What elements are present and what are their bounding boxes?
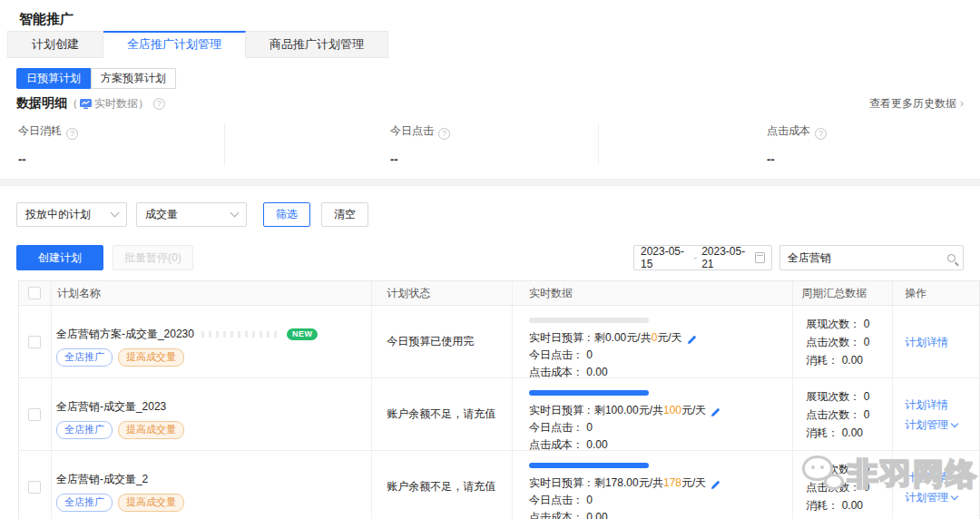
date-range-picker[interactable]: 2023-05-15 - 2023-05-21 <box>633 245 772 270</box>
search-box <box>779 245 964 270</box>
row-checkbox[interactable] <box>28 481 41 494</box>
impressions: 展现次数： 0 <box>806 315 892 333</box>
today-clicks: 今日点击： 0 <box>529 419 792 436</box>
search-icon[interactable] <box>947 254 956 262</box>
info-icon[interactable]: ? <box>438 128 450 140</box>
plan-status: 账户余额不足，请充值 <box>372 451 513 519</box>
plan-detail-link[interactable]: 计划详情 <box>905 332 979 352</box>
subtab-daily-budget[interactable]: 日预算计划 <box>16 68 91 89</box>
info-icon[interactable]: ? <box>66 128 78 140</box>
op-label: 计划详情 <box>905 332 948 352</box>
tag-boost-transactions: 提高成交量 <box>118 494 184 512</box>
chevron-down-icon <box>111 208 120 217</box>
clear-button[interactable]: 清空 <box>321 202 368 227</box>
plan-detail-link[interactable]: 计划详情 <box>905 395 979 415</box>
date-separator: - <box>693 251 697 264</box>
header-realtime-data: 实时数据 <box>513 281 793 305</box>
select-all-checkbox[interactable] <box>28 287 41 299</box>
create-plan-button[interactable]: 创建计划 <box>16 245 103 270</box>
budget-remaining: 剩0.00元/共 <box>594 329 652 347</box>
today-clicks: 今日点击： 0 <box>529 492 792 509</box>
batch-pause-button[interactable]: 批量暂停(0) <box>113 245 193 270</box>
tab-store-promo-management[interactable]: 全店推广计划管理 <box>103 31 246 58</box>
budget-label: 实时日预算： <box>529 402 594 419</box>
cost: 消耗： 0.00 <box>806 496 892 514</box>
table-row: 全店营销方案-成交量_20230 NEW 全店推广 提高成交量 今日预算已使用完… <box>19 306 979 378</box>
budget-label: 实时日预算： <box>529 475 594 492</box>
paren-open: （ <box>67 96 78 112</box>
edit-budget-icon[interactable] <box>687 333 698 344</box>
stat-today-cost: 今日消耗? -- <box>0 123 225 165</box>
plan-name[interactable]: 全店营销-成交量_2023 <box>56 399 166 415</box>
plan-name[interactable]: 全店营销-成交量_2 <box>56 472 148 487</box>
selected-value: 投放中的计划 <box>25 207 112 222</box>
click-cost: 点击成本： 0.00 <box>529 509 792 519</box>
plan-status: 今日预算已使用完 <box>372 306 513 377</box>
budget-unit: 元/天 <box>681 475 706 492</box>
chevron-down-icon <box>230 208 240 217</box>
page-title: 智能推广 <box>0 0 980 29</box>
tab-plan-create[interactable]: 计划创建 <box>7 31 103 58</box>
budget-total: 178 <box>663 475 681 492</box>
stat-value: -- <box>390 152 598 166</box>
stat-value: -- <box>18 152 224 166</box>
data-detail-title: 数据明细 <box>16 95 67 112</box>
calendar-icon[interactable] <box>755 252 765 263</box>
header-period-summary: 周期汇总数据 <box>793 281 893 305</box>
row-checkbox[interactable] <box>28 336 41 348</box>
selected-value: 成交量 <box>145 207 231 222</box>
filter-row: 投放中的计划 成交量 筛选 清空 <box>16 201 980 227</box>
stat-label: 今日消耗 <box>18 124 62 137</box>
stat-click-cost: 点击成本? -- <box>599 123 980 165</box>
stats-row: 今日消耗? -- 今日点击? -- 点击成本? -- <box>0 123 980 165</box>
budget-total: 0 <box>652 329 658 347</box>
cost: 消耗： 0.00 <box>806 424 892 442</box>
wechat-icon <box>800 452 848 497</box>
tab-product-promo-management[interactable]: 商品推广计划管理 <box>246 31 388 58</box>
subtab-plan-budget[interactable]: 方案预算计划 <box>91 68 176 89</box>
date-start[interactable]: 2023-05-15 <box>641 245 689 270</box>
header-plan-status: 计划状态 <box>372 281 513 305</box>
toolbar-row: 创建计划 批量暂停(0) 2023-05-15 - 2023-05-21 <box>16 245 964 270</box>
info-icon[interactable]: ? <box>153 98 165 110</box>
tab-label: 全店推广计划管理 <box>127 37 221 51</box>
table-header-row: 计划名称 计划状态 实时数据 周期汇总数据 操作 <box>19 281 979 306</box>
metric-select[interactable]: 成交量 <box>136 202 247 227</box>
plan-name[interactable]: 全店营销方案-成交量_20230 <box>56 327 194 342</box>
budget-total: 100 <box>663 402 681 419</box>
clicks: 点击次数： 0 <box>806 333 892 351</box>
budget-remaining: 剩100.00元/共 <box>594 402 663 419</box>
search-input[interactable] <box>788 251 947 264</box>
realtime-data-label: 实时数据 <box>94 96 138 112</box>
view-more-history-link[interactable]: 查看更多历史数据 <box>869 96 956 112</box>
budget-unit: 元/天 <box>681 402 706 419</box>
tag-store-promo: 全店推广 <box>56 421 113 439</box>
row-checkbox[interactable] <box>28 408 41 421</box>
chevron-down-icon <box>951 419 958 426</box>
tab-label: 计划创建 <box>32 37 79 51</box>
budget-progress-bar <box>529 390 649 396</box>
today-clicks: 今日点击： 0 <box>529 347 792 364</box>
filter-button[interactable]: 筛选 <box>263 202 310 227</box>
tag-boost-transactions: 提高成交量 <box>118 421 184 439</box>
main-tabbar: 计划创建 全店推广计划管理 商品推广计划管理 <box>0 31 980 58</box>
subtab-label: 日预算计划 <box>26 72 81 84</box>
stat-label: 今日点击 <box>390 124 434 137</box>
op-label: 计划管理 <box>905 415 948 435</box>
plan-manage-link[interactable]: 计划管理 <box>905 415 979 435</box>
table-row: 全店营销-成交量_2023 全店推广 提高成交量 账户余额不足，请充值 实时日预… <box>19 378 979 451</box>
info-icon[interactable]: ? <box>815 128 827 140</box>
realtime-data-icon <box>80 99 92 109</box>
cost: 消耗： 0.00 <box>806 351 892 369</box>
budget-unit: 元/天 <box>657 329 681 347</box>
watermark-text: 非羽网络 <box>848 454 978 495</box>
data-detail-header: 数据明细 （ 实时数据 ） ? 查看更多历史数据 › <box>16 94 964 113</box>
budget-progress-bar <box>529 318 649 323</box>
plan-status-select[interactable]: 投放中的计划 <box>16 202 127 227</box>
new-badge: NEW <box>287 328 318 340</box>
date-end[interactable]: 2023-05-21 <box>701 245 750 270</box>
edit-budget-icon[interactable] <box>710 406 721 416</box>
edit-budget-icon[interactable] <box>710 478 721 489</box>
plan-status: 账户余额不足，请充值 <box>372 378 513 450</box>
tag-store-promo: 全店推广 <box>56 348 113 367</box>
